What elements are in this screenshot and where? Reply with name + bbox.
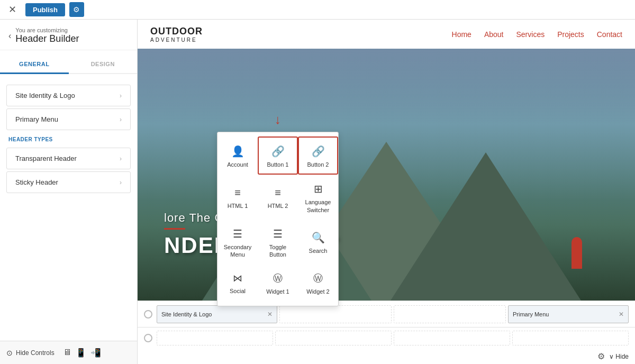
- popup-item-html1[interactable]: ≡ HTML 1: [217, 175, 258, 220]
- popup-label: ToggleButton: [269, 243, 286, 259]
- row-dot-1[interactable]: [144, 310, 152, 319]
- row-dot-2[interactable]: [144, 334, 152, 342]
- zone-site-identity: Site Identity & Logo ✕: [157, 305, 277, 323]
- popup-grid: 👤 Account 🔗 Button 1 🔗 Butt: [217, 136, 338, 302]
- zone-empty-6[interactable]: [512, 331, 629, 345]
- popup-label: SecondaryMenu: [224, 243, 252, 259]
- footer-gear-icon[interactable]: ⚙: [597, 351, 605, 361]
- popup-label: HTML 1: [228, 202, 248, 210]
- close-button[interactable]: ✕: [5, 3, 19, 16]
- popup-label: LanguageSwitcher: [305, 198, 331, 214]
- sidebar-item-site-identity[interactable]: Site Identity & Logo ›: [6, 85, 131, 106]
- zone-primary-menu: Primary Menu ✕: [508, 305, 629, 323]
- main-layout: ‹ You are customizing Header Builder GEN…: [0, 20, 635, 364]
- person-silhouette: [572, 237, 582, 269]
- popup-label: Account: [227, 161, 248, 168]
- sidebar-tabs: GENERAL DESIGN: [0, 56, 137, 74]
- hide-button[interactable]: ∨ Hide: [609, 353, 629, 360]
- popup-label: Button 2: [307, 161, 329, 168]
- settings-button[interactable]: ⚙: [69, 2, 84, 17]
- builder-row-2: [138, 327, 635, 348]
- popup-label: Button 1: [267, 161, 289, 168]
- popup-item-widget1[interactable]: Ⓦ Widget 1: [258, 264, 298, 301]
- zone-empty-2[interactable]: [394, 305, 506, 323]
- builder-row-1: Site Identity & Logo ✕ Primary Menu ✕: [138, 301, 635, 327]
- menu-icon: ☰: [233, 228, 242, 240]
- popup-item-html2[interactable]: ≡ HTML 2: [258, 175, 298, 220]
- social-icon: ⋈: [233, 272, 242, 284]
- device-icons: 🖥 📱 📲: [63, 348, 101, 358]
- sidebar: ‹ You are customizing Header Builder GEN…: [0, 20, 138, 364]
- popup-label: Widget 1: [266, 288, 289, 295]
- popup-item-button1[interactable]: 🔗 Button 1: [258, 136, 298, 175]
- popup-label: HTML 2: [268, 202, 288, 210]
- hide-controls-button[interactable]: ⊙ Hide Controls: [6, 349, 55, 357]
- red-arrow-icon: ↓: [275, 113, 281, 126]
- mobile-icon[interactable]: 📲: [90, 348, 101, 358]
- zone-empty-3[interactable]: [157, 331, 273, 345]
- html-icon: ≡: [275, 187, 281, 199]
- popup-item-language[interactable]: ⊞ LanguageSwitcher: [298, 175, 338, 220]
- row-zones-2: [157, 331, 629, 345]
- nav-services[interactable]: Services: [516, 30, 545, 39]
- html-icon: ≡: [234, 187, 241, 199]
- preview-area: OUTDOOR ADVENTURE Home About Services Pr…: [138, 20, 635, 364]
- zone-label: Site Identity & Logo: [161, 311, 212, 317]
- zone-empty-1[interactable]: [279, 305, 392, 323]
- customizing-label: You are customizing: [15, 27, 79, 33]
- popup-item-search[interactable]: 🔍 Search: [298, 220, 338, 265]
- popup-label: Search: [309, 247, 328, 254]
- zone-remove-button[interactable]: ✕: [619, 311, 624, 318]
- tablet-icon[interactable]: 📱: [76, 348, 86, 358]
- component-popup: ↓ 👤 Account 🔗 Button 1: [217, 132, 339, 306]
- sidebar-item-sticky-header[interactable]: Sticky Header ›: [6, 171, 131, 193]
- builder-title: Header Builder: [15, 33, 79, 44]
- desktop-icon[interactable]: 🖥: [63, 348, 71, 358]
- chevron-right-icon: ›: [120, 92, 122, 99]
- widget-icon: Ⓦ: [273, 272, 283, 285]
- sidebar-header: ‹ You are customizing Header Builder: [0, 20, 137, 50]
- preview-site: OUTDOOR ADVENTURE Home About Services Pr…: [138, 20, 635, 364]
- widget-icon: Ⓦ: [313, 272, 323, 285]
- top-bar: ✕ Publish ⚙: [0, 0, 635, 20]
- header-types-title: HEADER TYPES: [0, 132, 137, 145]
- zone-empty-4[interactable]: [275, 331, 392, 345]
- nav-about[interactable]: About: [484, 30, 504, 39]
- chevron-right-icon: ›: [120, 116, 122, 123]
- site-logo: OUTDOOR ADVENTURE: [150, 26, 203, 43]
- popup-item-widget2[interactable]: Ⓦ Widget 2: [298, 264, 338, 301]
- toggle-icon: ☰: [273, 228, 283, 240]
- sidebar-item-primary-menu[interactable]: Primary Menu ›: [6, 108, 131, 130]
- mountain-3: [391, 152, 581, 301]
- hero-image: lore The Colourful World NDERFUL GIFT: [138, 49, 635, 301]
- tab-general[interactable]: GENERAL: [0, 56, 69, 74]
- popup-label: Social: [230, 287, 246, 295]
- popup-item-secondary-menu[interactable]: ☰ SecondaryMenu: [217, 220, 258, 265]
- link-icon: 🔗: [271, 145, 285, 158]
- popup-item-social[interactable]: ⋈ Social: [217, 264, 258, 301]
- sidebar-content: Site Identity & Logo › Primary Menu › HE…: [0, 74, 137, 341]
- site-nav: Home About Services Projects Contact: [452, 30, 622, 39]
- popup-item-toggle[interactable]: ☰ ToggleButton: [258, 220, 298, 265]
- popup-item-account[interactable]: 👤 Account: [217, 136, 258, 175]
- nav-home[interactable]: Home: [452, 30, 471, 39]
- publish-button[interactable]: Publish: [25, 3, 65, 16]
- row-zones-1: Site Identity & Logo ✕ Primary Menu ✕: [157, 305, 629, 323]
- tab-design[interactable]: DESIGN: [69, 56, 138, 74]
- search-icon: 🔍: [312, 231, 325, 244]
- account-icon: 👤: [231, 145, 244, 158]
- nav-projects[interactable]: Projects: [557, 30, 584, 39]
- circle-icon: ⊙: [6, 349, 13, 357]
- language-icon: ⊞: [314, 183, 323, 195]
- back-button[interactable]: ‹: [8, 31, 11, 41]
- zone-remove-button[interactable]: ✕: [267, 311, 273, 318]
- zone-empty-5[interactable]: [394, 331, 510, 345]
- site-header: OUTDOOR ADVENTURE Home About Services Pr…: [138, 20, 635, 49]
- sidebar-item-transparent-header[interactable]: Transparent Header ›: [6, 148, 131, 169]
- nav-contact[interactable]: Contact: [597, 30, 622, 39]
- zone-label: Primary Menu: [513, 311, 549, 317]
- popup-item-button2[interactable]: 🔗 Button 2: [298, 136, 338, 175]
- preview-footer-controls: ⚙ ∨ Hide: [597, 351, 629, 361]
- sidebar-breadcrumb: You are customizing Header Builder: [15, 27, 79, 44]
- chevron-right-icon: ›: [120, 155, 122, 162]
